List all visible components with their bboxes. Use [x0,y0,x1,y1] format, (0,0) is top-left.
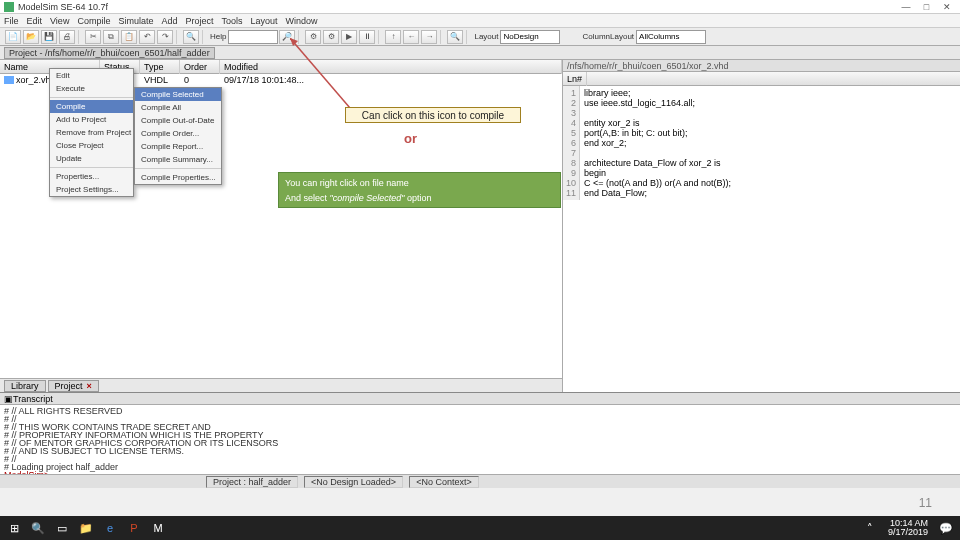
search-icon[interactable]: 🔍 [28,519,48,537]
code-line: end xor_2; [584,138,956,148]
maximize-button[interactable]: □ [917,2,935,12]
ctx-add-to-project[interactable]: Add to Project [50,113,133,126]
ctx-update[interactable]: Update [50,152,133,165]
editor-tab[interactable]: /nfs/home/r/r_bhui/coen_6501/xor_2.vhd [563,60,960,72]
close-button[interactable]: ✕ [938,2,956,12]
ctx-compile-ood[interactable]: Compile Out-of-Date [135,114,221,127]
ctx-compile-properties[interactable]: Compile Properties... [135,171,221,184]
compile-button[interactable]: ⚙ [305,30,321,44]
toolbar-separator [298,30,302,44]
menu-add[interactable]: Add [161,16,177,26]
menu-project[interactable]: Project [185,16,213,26]
nav-back-button[interactable]: ← [403,30,419,44]
new-button[interactable]: 📄 [5,30,21,44]
toolbar-separator [440,30,444,44]
code-body[interactable]: library ieee; use ieee.std_logic_1164.al… [580,86,960,200]
code-line: library ieee; [584,88,956,98]
ctx-compile-report[interactable]: Compile Report... [135,140,221,153]
menu-window[interactable]: Window [286,16,318,26]
save-button[interactable]: 💾 [41,30,57,44]
status-context: <No Context> [409,476,479,488]
copy-button[interactable]: ⧉ [103,30,119,44]
menu-bar: File Edit View Compile Simulate Add Proj… [0,14,960,28]
redo-button[interactable]: ↷ [157,30,173,44]
tray-up-icon[interactable]: ˄ [860,519,880,537]
nav-fwd-button[interactable]: → [421,30,437,44]
ctx-compile-summary[interactable]: Compile Summary... [135,153,221,166]
file-order: 0 [184,75,224,85]
col-type[interactable]: Type [140,60,180,74]
open-button[interactable]: 📂 [23,30,39,44]
print-button[interactable]: 🖨 [59,30,75,44]
ctx-execute[interactable]: Execute [50,82,133,95]
help-go-button[interactable]: 🔎 [279,30,295,44]
ctx-close-project[interactable]: Close Project [50,139,133,152]
zoom-button[interactable]: 🔍 [447,30,463,44]
ctx-properties[interactable]: Properties... [50,170,133,183]
code-line [584,148,956,158]
nav-up-button[interactable]: ↑ [385,30,401,44]
context-menu-main: Edit Execute Compile Add to Project Remo… [49,68,134,197]
window-titlebar: ModelSim SE-64 10.7f — □ ✕ [0,0,960,14]
transcript-line: # // ALL RIGHTS RESERVED [4,407,956,415]
file-explorer-icon[interactable]: 📁 [76,519,96,537]
break-button[interactable]: ⏸ [359,30,375,44]
code-line: entity xor_2 is [584,118,956,128]
transcript-line: # // AND IS SUBJECT TO LICENSE TERMS. [4,447,956,455]
menu-simulate[interactable]: Simulate [118,16,153,26]
help-label: Help [210,32,226,41]
tab-library[interactable]: Library [4,380,46,392]
menu-edit[interactable]: Edit [27,16,43,26]
notification-icon[interactable]: 💬 [936,519,956,537]
transcript-title: Transcript [13,394,53,404]
find-button[interactable]: 🔍 [183,30,199,44]
undo-button[interactable]: ↶ [139,30,155,44]
start-button[interactable]: ⊞ [4,519,24,537]
transcript-title-icon: ▣ [4,394,13,404]
ctx-edit[interactable]: Edit [50,69,133,82]
menu-file[interactable]: File [4,16,19,26]
ctx-compile[interactable]: Compile [50,100,133,113]
paste-button[interactable]: 📋 [121,30,137,44]
menu-compile[interactable]: Compile [77,16,110,26]
callout-or: or [404,131,417,146]
taskbar: ⊞ 🔍 ▭ 📁 e P M ˄ 10:14 AM 9/17/2019 💬 [0,516,960,540]
line-num-label: Ln# [563,72,587,86]
minimize-button[interactable]: — [897,2,915,12]
transcript-body[interactable]: # // ALL RIGHTS RESERVED # // # // THIS … [0,405,960,474]
task-view-icon[interactable]: ▭ [52,519,72,537]
columns-select[interactable] [636,30,706,44]
ctx-project-settings[interactable]: Project Settings... [50,183,133,196]
toolbar-separator [78,30,82,44]
ie-icon[interactable]: e [100,519,120,537]
simulate-button[interactable]: ▶ [341,30,357,44]
layout-select[interactable] [500,30,560,44]
toolbar-separator [202,30,206,44]
ctx-remove[interactable]: Remove from Project [50,126,133,139]
powerpoint-icon[interactable]: P [124,519,144,537]
compile-all-button[interactable]: ⚙ [323,30,339,44]
system-clock[interactable]: 10:14 AM 9/17/2019 [884,519,932,537]
close-icon[interactable]: × [87,381,92,391]
ctx-compile-all[interactable]: Compile All [135,101,221,114]
menu-tools[interactable]: Tools [221,16,242,26]
modelsim-icon[interactable]: M [148,519,168,537]
col-modified[interactable]: Modified [220,60,562,74]
code-line [584,108,956,118]
col-order[interactable]: Order [180,60,220,74]
transcript-header: ▣ Transcript [0,393,960,405]
tab-project[interactable]: Project× [48,380,99,392]
vhdl-file-icon [4,76,14,84]
code-editor[interactable]: 1234567891011 library ieee; use ieee.std… [563,86,960,200]
ctx-compile-order[interactable]: Compile Order... [135,127,221,140]
help-search[interactable] [228,30,278,44]
menu-layout[interactable]: Layout [250,16,277,26]
line-gutter: 1234567891011 [563,86,580,200]
window-title: ModelSim SE-64 10.7f [18,2,897,12]
toolbar-row1: 📄 📂 💾 🖨 ✂ ⧉ 📋 ↶ ↷ 🔍 Help 🔎 ⚙ ⚙ ▶ ⏸ ↑ ← →… [0,28,960,46]
ctx-compile-selected[interactable]: Compile Selected [135,88,221,101]
transcript-prompt[interactable]: ModelSim> [4,471,956,474]
cut-button[interactable]: ✂ [85,30,101,44]
toolbar-separator [176,30,180,44]
menu-view[interactable]: View [50,16,69,26]
